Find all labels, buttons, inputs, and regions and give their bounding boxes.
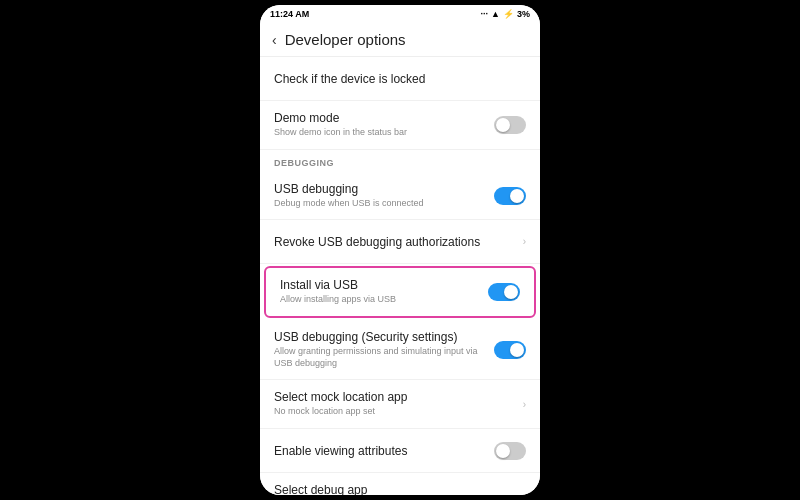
setting-sub-usb-security: Allow granting permissions and simulatin… [274, 346, 486, 369]
page-title: Developer options [285, 31, 406, 48]
status-bar: 11:24 AM ··· ▲ ⚡ 3% [260, 5, 540, 23]
toggle-knob-install-via-usb [504, 285, 518, 299]
setting-title-install-via-usb: Install via USB [280, 278, 480, 292]
toggle-knob-view-attributes [496, 444, 510, 458]
setting-title-debug-app: Select debug app [274, 483, 515, 495]
setting-usb-security[interactable]: USB debugging (Security settings) Allow … [260, 320, 540, 380]
setting-debug-app[interactable]: Select debug app No debug application se… [260, 473, 540, 495]
setting-title-usb-security: USB debugging (Security settings) [274, 330, 486, 344]
chevron-revoke-usb: › [523, 236, 526, 247]
setting-title-view-attributes: Enable viewing attributes [274, 444, 486, 458]
setting-sub-usb-debugging: Debug mode when USB is connected [274, 198, 486, 210]
chevron-mock-location: › [523, 399, 526, 410]
setting-view-attributes[interactable]: Enable viewing attributes [260, 429, 540, 473]
phone-frame: 11:24 AM ··· ▲ ⚡ 3% ‹ Developer options … [260, 5, 540, 495]
toggle-knob-usb-security [510, 343, 524, 357]
section-label-debugging: DEBUGGING [260, 150, 540, 172]
toggle-knob-usb-debugging [510, 189, 524, 203]
setting-install-via-usb[interactable]: Install via USB Allow installing apps vi… [264, 266, 536, 318]
status-icons: ··· ▲ ⚡ 3% [481, 9, 530, 19]
battery-percent: 3% [517, 9, 530, 19]
setting-revoke-usb[interactable]: Revoke USB debugging authorizations › [260, 220, 540, 264]
wifi-icon: ▲ [491, 9, 500, 19]
back-button[interactable]: ‹ [272, 32, 277, 48]
setting-demo-mode[interactable]: Demo mode Show demo icon in the status b… [260, 101, 540, 150]
header: ‹ Developer options [260, 23, 540, 57]
settings-content: Check if the device is locked Demo mode … [260, 57, 540, 495]
toggle-view-attributes[interactable] [494, 442, 526, 460]
setting-check-locked[interactable]: Check if the device is locked [260, 57, 540, 101]
setting-sub-demo-mode: Show demo icon in the status bar [274, 127, 486, 139]
setting-title-demo-mode: Demo mode [274, 111, 486, 125]
toggle-demo-mode[interactable] [494, 116, 526, 134]
setting-mock-location[interactable]: Select mock location app No mock locatio… [260, 380, 540, 429]
chevron-debug-app: › [523, 491, 526, 495]
toggle-knob-demo-mode [496, 118, 510, 132]
toggle-usb-debugging[interactable] [494, 187, 526, 205]
setting-title-mock-location: Select mock location app [274, 390, 515, 404]
setting-title-usb-debugging: USB debugging [274, 182, 486, 196]
toggle-usb-security[interactable] [494, 341, 526, 359]
setting-title-revoke-usb: Revoke USB debugging authorizations [274, 235, 515, 249]
setting-sub-mock-location: No mock location app set [274, 406, 515, 418]
battery-charging-icon: ⚡ [503, 9, 514, 19]
signal-dots: ··· [481, 9, 489, 19]
toggle-install-via-usb[interactable] [488, 283, 520, 301]
setting-title-check-locked: Check if the device is locked [274, 72, 526, 86]
setting-sub-install-via-usb: Allow installing apps via USB [280, 294, 480, 306]
status-time: 11:24 AM [270, 9, 309, 19]
setting-usb-debugging[interactable]: USB debugging Debug mode when USB is con… [260, 172, 540, 221]
